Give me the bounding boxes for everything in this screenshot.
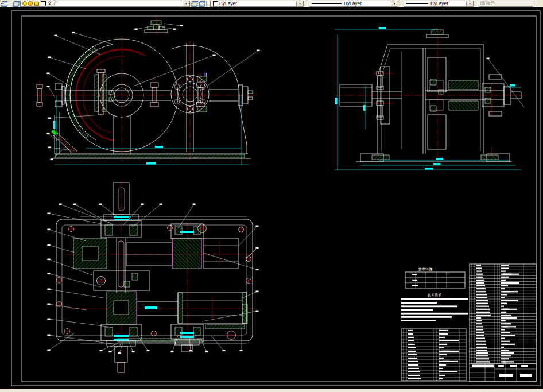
- drawing-canvas[interactable]: II 技术特性 技术要求: [0, 7, 543, 389]
- layer-properties-icon: [13, 1, 18, 6]
- lineweight-combo[interactable]: ByLayer ▼: [404, 1, 474, 7]
- toolbar-separator: [206, 1, 209, 7]
- toolbar-separator: [9, 1, 11, 7]
- toolbar-separator: [475, 1, 478, 7]
- window-bottom-strip: [0, 389, 543, 392]
- sun-thaw-icon[interactable]: [28, 1, 33, 6]
- layer-dropdown-arrow-icon[interactable]: ▼: [183, 1, 189, 6]
- sheet-frame: [11, 11, 540, 386]
- linetype-value: ByLayer: [344, 1, 362, 6]
- lineweight-preview-line: [406, 3, 428, 4]
- lineweight-value: ByLayer: [430, 1, 448, 6]
- toolbar-separator: [305, 1, 308, 7]
- lock-open-icon[interactable]: [34, 2, 39, 6]
- color-dropdown-arrow-icon[interactable]: ▼: [296, 1, 303, 6]
- layers-icon: [199, 1, 204, 6]
- layer-name: 文字: [47, 0, 57, 7]
- tech-char-title: 技术特性: [418, 267, 433, 271]
- section-label: II: [204, 72, 207, 77]
- layers-icon: [192, 1, 197, 6]
- front-view: [34, 17, 257, 165]
- color-combo[interactable]: ByLayer ▼: [210, 1, 304, 7]
- toolbar-separator: [400, 1, 402, 7]
- color-swatch: [213, 1, 218, 6]
- plot-style-combo: 随颜色: [479, 1, 533, 7]
- layer-previous-button[interactable]: [199, 1, 205, 7]
- plan-section-view: [56, 181, 257, 374]
- layers-icon: [2, 1, 7, 6]
- tech-req-title: 技术要求: [427, 293, 441, 297]
- lineweight-dropdown-arrow-icon[interactable]: ▼: [466, 1, 473, 6]
- make-object-layer-current-button[interactable]: [191, 1, 197, 7]
- gearbox-drawing: II 技术特性 技术要求: [0, 7, 543, 389]
- linetype-preview-line: [312, 3, 342, 4]
- linetype-combo[interactable]: ByLayer ▼: [309, 1, 398, 7]
- layers-stack-icon[interactable]: [1, 1, 7, 7]
- linetype-dropdown-arrow-icon[interactable]: ▼: [391, 1, 398, 6]
- layer-properties-button[interactable]: [13, 1, 19, 7]
- layer-color-swatch[interactable]: [41, 1, 46, 6]
- object-properties-toolbar: 文字 ▼ ByLayer ▼ ByLayer ▼ ByLayer ▼ 随颜色: [0, 0, 543, 7]
- layer-combo[interactable]: 文字 ▼: [20, 1, 190, 7]
- bulb-on-icon[interactable]: [22, 1, 27, 6]
- plot-style-value: 随颜色: [480, 0, 495, 7]
- side-section-view: [335, 27, 525, 170]
- color-value: ByLayer: [219, 1, 237, 6]
